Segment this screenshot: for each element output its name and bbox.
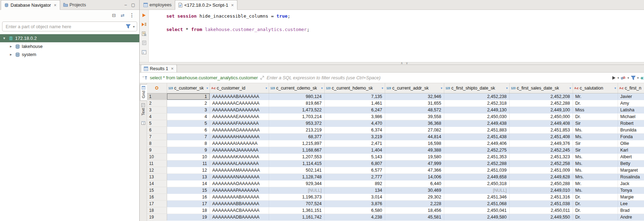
grid-cell[interactable]: 213,219 — [269, 127, 324, 133]
grid-cell[interactable]: Tonya — [618, 187, 644, 194]
grid-cell[interactable]: 2,452,275 — [444, 147, 509, 153]
tab-results-1[interactable]: Results 1 × — [141, 65, 177, 72]
grid-cell[interactable]: 134 — [324, 187, 385, 194]
grid-cell[interactable]: AAAAAAAAKAAAAAAA — [210, 153, 269, 160]
grid-cell[interactable]: Mr. — [573, 180, 618, 187]
column-header-c_salutation[interactable]: A-zc_salutation▾ — [573, 83, 618, 93]
grid-cell[interactable]: AAAAAAAALAAAAAAA — [210, 160, 269, 167]
grid-cell[interactable]: 1,207,553 — [269, 153, 324, 160]
grid-cell[interactable]: 2,471 — [324, 140, 385, 147]
grid-cell[interactable]: Miss — [573, 106, 618, 113]
grid-cell[interactable]: 45,581 — [385, 214, 444, 220]
grid-cell[interactable]: AAAAAAAABBAAAAAA — [210, 200, 269, 207]
grid-cell[interactable]: 3,219 — [324, 133, 385, 140]
row-number-cell[interactable]: 1 — [147, 93, 167, 100]
column-filter-icon[interactable]: ▾ — [614, 86, 616, 90]
grid-cell[interactable]: Karl — [618, 147, 644, 153]
row-number-cell[interactable]: 4 — [147, 113, 167, 120]
grid-cell[interactable]: 1,461 — [324, 100, 385, 106]
grid-cell[interactable]: 3 — [167, 106, 210, 113]
grid-cell[interactable]: Dr. — [573, 194, 618, 200]
grid-cell[interactable]: 980,124 — [269, 93, 324, 100]
grid-cell[interactable]: 1,128,748 — [269, 173, 324, 180]
row-number-cell[interactable]: 17 — [147, 200, 167, 207]
grid-cell[interactable]: 12 — [167, 167, 210, 173]
tree-item-connection[interactable]: ▾ 172.18.0.2 — [0, 34, 139, 42]
row-number-cell[interactable]: 13 — [147, 173, 167, 180]
grid-cell[interactable]: Dr. — [573, 100, 618, 106]
row-number-cell[interactable]: 8 — [147, 140, 167, 147]
column-filter-icon[interactable]: ▾ — [506, 86, 508, 90]
panel-toggle-icon[interactable] — [141, 121, 145, 126]
grid-cell[interactable]: 6,440 — [385, 180, 444, 187]
grid-cell[interactable]: 19 — [167, 214, 210, 220]
grid-cell[interactable]: 2,452,238 — [444, 93, 509, 100]
grid-cell[interactable]: 1,703,214 — [269, 113, 324, 120]
grid-cell[interactable]: 6,374 — [324, 127, 385, 133]
grid-cell[interactable]: 2,451,883 — [444, 127, 509, 133]
execute-statement-icon[interactable] — [141, 13, 147, 18]
execute-script-icon[interactable] — [141, 22, 147, 27]
row-number-cell[interactable]: 7 — [147, 133, 167, 140]
sql-line[interactable]: select * from lakehouse.customer_analyti… — [166, 26, 644, 33]
grid-cell[interactable]: 2,451,323 — [509, 153, 573, 160]
grid-cell[interactable]: Jack — [618, 180, 644, 187]
row-number-cell[interactable]: 14 — [147, 180, 167, 187]
tree-item-system[interactable]: ▸ system — [0, 50, 139, 59]
grid-cell[interactable]: AAAAAAAAABAAAAAA — [210, 194, 269, 200]
grid-cell[interactable]: 1 — [167, 93, 210, 100]
grid-cell[interactable]: 48,572 — [385, 106, 444, 113]
grid-cell[interactable]: Andre — [618, 214, 644, 220]
tab-grid-presentation[interactable]: Grid — [140, 84, 147, 101]
grid-cell[interactable]: 2,452,208 — [509, 93, 573, 100]
column-filter-icon[interactable]: ▾ — [266, 86, 267, 90]
row-number-cell[interactable]: 11 — [147, 160, 167, 167]
grid-cell[interactable]: 2,450,318 — [444, 180, 509, 187]
grid-cell[interactable]: 18 — [167, 207, 210, 214]
grid-cell[interactable]: 5 — [167, 120, 210, 127]
erase-filter-dropdown-icon[interactable]: ▾ — [627, 76, 629, 80]
row-number-cell[interactable]: 2 — [147, 100, 167, 106]
grid-cell[interactable]: 3,876 — [324, 200, 385, 207]
sql-line[interactable] — [166, 19, 644, 26]
row-number-cell[interactable]: 16 — [147, 194, 167, 200]
grid-cell[interactable]: Brad — [618, 207, 644, 214]
grid-cell[interactable]: Sir — [573, 140, 618, 147]
grid-cell[interactable]: 2,449,658 — [444, 173, 509, 180]
row-number-cell[interactable]: 9 — [147, 147, 167, 153]
grid-cell[interactable]: Rosalinda — [618, 173, 644, 180]
grid-cell[interactable]: Margie — [618, 194, 644, 200]
grid-cell[interactable]: 36,368 — [385, 120, 444, 127]
grid-cell[interactable]: 17 — [167, 200, 210, 207]
filter-expression-input[interactable]: Enter a SQL expression to filter results… — [267, 75, 609, 80]
grid-cell[interactable]: 27,082 — [385, 127, 444, 133]
grid-cell[interactable]: 2,449,100 — [509, 106, 573, 113]
grid-cell[interactable]: 3,014 — [324, 194, 385, 200]
grid-cell[interactable]: AAAAAAAADBAAAAAA — [210, 214, 269, 220]
filter-dropdown-icon[interactable]: ▾ — [133, 25, 135, 29]
grid-cell[interactable]: 1,168,667 — [269, 147, 324, 153]
column-header-c_current_hdemo_sk[interactable]: 123c_current_hdemo_sk▾ — [324, 83, 385, 93]
grid-cell[interactable]: [NULL] — [269, 187, 324, 194]
grid-cell[interactable]: 49,388 — [385, 147, 444, 153]
grid-cell[interactable]: 2,451,853 — [509, 127, 573, 133]
filter-funnel-icon[interactable] — [126, 24, 130, 29]
grid-cell[interactable]: Dr. — [573, 214, 618, 220]
grid-cell[interactable]: 2,452,245 — [509, 147, 573, 153]
column-filter-icon[interactable]: ▾ — [321, 86, 323, 90]
grid-cell[interactable]: 4,470 — [324, 120, 385, 127]
grid-cell[interactable]: 953,372 — [269, 120, 324, 127]
sql-content[interactable]: set session hide_inaccessible_columns = … — [149, 10, 644, 62]
grid-cell[interactable]: 1,161,742 — [269, 214, 324, 220]
grid-cell[interactable]: Ms. — [573, 127, 618, 133]
grid-cell[interactable]: AAAAAAAABAAAAAAA — [210, 93, 269, 100]
grid-cell[interactable]: Dr. — [573, 113, 618, 120]
grid-cell[interactable]: Ollie — [618, 140, 644, 147]
grid-cell[interactable]: 6,807 — [324, 160, 385, 167]
view-menu-icon[interactable]: ⋮ — [129, 12, 134, 18]
grid-cell[interactable]: 2,451,408 — [509, 133, 573, 140]
grid-cell[interactable]: 2,450,000 — [509, 113, 573, 120]
grid-cell[interactable]: 8 — [167, 140, 210, 147]
grid-cell[interactable]: 2,449,010 — [509, 187, 573, 194]
grid-cell[interactable]: 2,449,550 — [509, 214, 573, 220]
